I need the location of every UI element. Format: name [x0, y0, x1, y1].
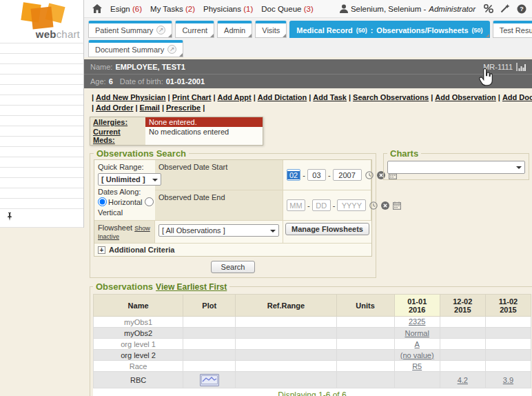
- obs-value-link[interactable]: A: [415, 340, 420, 348]
- medical-record-number[interactable]: MR-1111: [483, 63, 526, 71]
- quick-range-select[interactable]: [ Unlimited ]: [98, 173, 161, 186]
- sidebar-item-coumadin[interactable]: [0, 188, 83, 199]
- sidebar-item-control-panel[interactable]: [0, 126, 83, 137]
- start-month-input[interactable]: 02: [287, 169, 300, 181]
- sidebar-item-external-provider-management[interactable]: [0, 137, 83, 147]
- horizontal-radio[interactable]: [98, 197, 107, 206]
- tab-patient-summary[interactable]: Patient Summary ↗: [88, 21, 172, 38]
- email-link[interactable]: Email: [140, 103, 160, 112]
- home-icon[interactable]: [92, 4, 102, 13]
- add-appt-link[interactable]: Add Appt: [218, 93, 252, 101]
- prescribe-link[interactable]: Prescribe: [166, 103, 201, 112]
- sidebar-item-checkin[interactable]: [0, 64, 83, 75]
- sidebar-item-employer-organizations[interactable]: [0, 147, 83, 157]
- tab-test-results[interactable]: Test Results: [493, 21, 532, 38]
- help-icon[interactable]: ?: [517, 4, 526, 14]
- clock-icon[interactable]: [369, 201, 378, 210]
- charts-panel: Charts: [383, 148, 529, 180]
- wand-icon[interactable]: [500, 4, 510, 13]
- tab-document-summary[interactable]: Document Summary ↗: [88, 40, 183, 57]
- sidebar: webchart: [0, 0, 84, 228]
- add-observation-link[interactable]: Add Observation: [435, 93, 496, 101]
- nav-my-tasks[interactable]: My Tasks (2): [150, 5, 195, 13]
- add-document-link[interactable]: Add Document: [502, 93, 532, 101]
- obs-values: 3.9: [485, 372, 531, 388]
- calendar-icon[interactable]: [393, 201, 401, 210]
- additional-criteria-row[interactable]: + Additional Criteria: [94, 244, 371, 256]
- sidebar-item-fax-manager[interactable]: [0, 168, 83, 178]
- obs-cell: [394, 372, 440, 388]
- charts-select[interactable]: [387, 161, 525, 174]
- obs-value-link[interactable]: 4.2: [458, 376, 468, 384]
- sidebar-item-e-sign[interactable]: [0, 95, 83, 106]
- flowsheet-label: Flowsheet: [98, 224, 132, 232]
- nav-physicians[interactable]: Physicians (1): [203, 5, 253, 13]
- webchart-logo[interactable]: webchart: [0, 0, 84, 43]
- popout-icon[interactable]: ↗: [156, 26, 165, 34]
- add-new-physician-link[interactable]: Add New Physician: [96, 93, 165, 101]
- start-day-input[interactable]: [307, 169, 326, 181]
- user-menu[interactable]: Selenium, Selenium - Administrator: [340, 4, 475, 13]
- chart-bars-icon[interactable]: [516, 63, 526, 71]
- add-order-link[interactable]: Add Order: [96, 103, 133, 112]
- action-links-left: |Add New Physician|Print Chart|Add Appt|…: [90, 92, 347, 103]
- tab-label: Admin: [224, 26, 245, 34]
- sidebar-item-open-exams[interactable]: [0, 106, 83, 116]
- tab-medical-record-observations[interactable]: Medical Record(50):Observations/Flowshee…: [289, 21, 489, 38]
- add-task-link[interactable]: Add Task: [313, 93, 347, 101]
- sparkline-icon[interactable]: [200, 374, 219, 386]
- add-dictation-link[interactable]: Add Dictation: [258, 93, 307, 101]
- sidebar-item-quick-view[interactable]: [0, 43, 83, 54]
- tab-admin[interactable]: Admin: [217, 21, 252, 38]
- sidebar-item-task-list[interactable]: [0, 85, 83, 95]
- link-icon[interactable]: [484, 4, 493, 13]
- observations-search-title: Observations Search: [94, 148, 189, 159]
- nav-esign[interactable]: Esign (6): [110, 5, 142, 13]
- vertical-radio[interactable]: [145, 197, 154, 206]
- search-button[interactable]: Search: [211, 261, 256, 273]
- obs-cell: [485, 328, 531, 339]
- expand-icon[interactable]: +: [98, 246, 105, 254]
- obs-value-link[interactable]: 25: [417, 317, 425, 326]
- sidebar-item-dictation[interactable]: [0, 116, 83, 126]
- obs-value-link[interactable]: 23: [409, 317, 417, 326]
- flowsheet-select[interactable]: [ All Observations ]: [158, 224, 279, 237]
- patient-name: EMPLOYEE, TEST1: [115, 63, 185, 71]
- allergies-link[interactable]: Allergies:: [90, 117, 145, 127]
- sidebar-item-logout[interactable]: [0, 199, 83, 209]
- popout-icon[interactable]: ↗: [167, 45, 176, 54]
- table-row: org level 2 (no value): [94, 350, 531, 361]
- search-observations-link[interactable]: Search Observations: [353, 93, 429, 101]
- obs-value-link[interactable]: (no value): [400, 351, 434, 359]
- clock-icon[interactable]: [365, 171, 374, 179]
- vertical-radio-label: Vertical: [98, 208, 123, 217]
- sidebar-item-reports[interactable]: [0, 178, 83, 188]
- obs-plot-cell: [183, 372, 236, 388]
- chart-tabs: Patient Summary ↗ Current Admin Visits M…: [84, 18, 532, 57]
- quick-range-value: [ Unlimited ]: [101, 175, 145, 184]
- sidebar-item-webscan[interactable]: [0, 157, 83, 168]
- sidebar-menu: [0, 43, 84, 228]
- current-meds-link[interactable]: Current Meds:: [90, 127, 145, 145]
- clear-date-icon[interactable]: [381, 201, 389, 210]
- sidebar-item-e-chart[interactable]: [0, 54, 83, 64]
- end-day-input[interactable]: [312, 199, 331, 211]
- nav-doc-queue[interactable]: Doc Queue (3): [261, 5, 313, 13]
- end-month-input[interactable]: [287, 199, 305, 211]
- manage-flowsheets-button[interactable]: Manage Flowsheets: [285, 223, 369, 235]
- allergies-value: None entered.: [145, 117, 263, 127]
- start-year-input[interactable]: [333, 169, 362, 181]
- obs-value-link[interactable]: 3.9: [503, 376, 513, 384]
- manage-flowsheets-cell: Manage Flowsheets: [283, 221, 371, 244]
- end-year-input[interactable]: [337, 199, 366, 211]
- tab-current[interactable]: Current: [175, 21, 214, 38]
- tab-label: Document Summary: [95, 46, 164, 54]
- print-chart-link[interactable]: Print Chart: [172, 93, 212, 101]
- view-earliest-first-link[interactable]: View Earliest First: [156, 282, 227, 292]
- tab-visits[interactable]: Visits: [255, 21, 287, 38]
- obs-cell: [440, 350, 485, 361]
- obs-value-link[interactable]: Normal: [405, 329, 429, 337]
- obs-value-link[interactable]: R5: [412, 362, 422, 370]
- sidebar-item-scheduler[interactable]: [0, 75, 83, 85]
- sidebar-pin-toggle[interactable]: [0, 209, 83, 228]
